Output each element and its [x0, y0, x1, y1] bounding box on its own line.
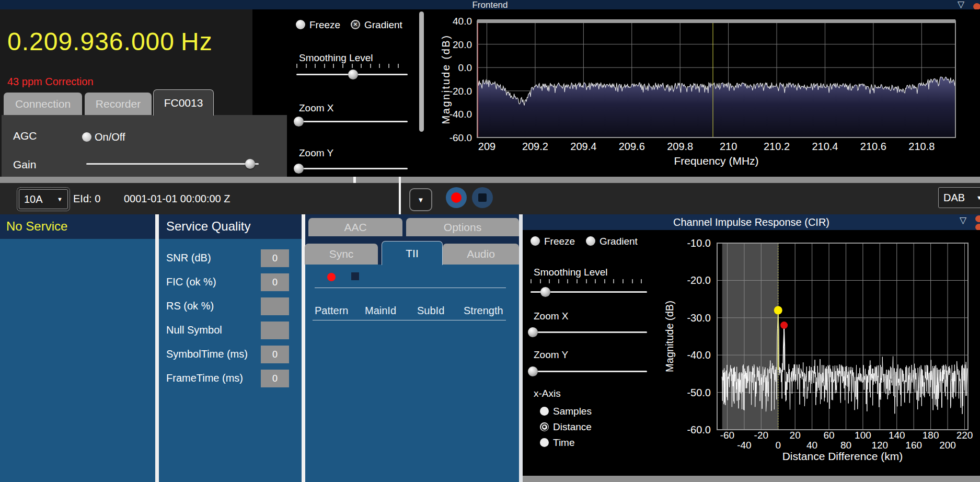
sq-row-label: SymbolTime (ms) [166, 348, 248, 360]
service-list-body[interactable] [0, 239, 155, 482]
frontend-zoomx-track[interactable] [296, 121, 408, 122]
cir-chart[interactable]: -10.0-20.0-30.0-40.0-50.0-60.0-60-40-200… [523, 230, 980, 482]
tab-tii[interactable]: TII [382, 241, 443, 265]
svg-text:-50.0: -50.0 [687, 387, 711, 398]
channel-select-value: 10A [24, 193, 43, 205]
frontend-spectrum-chart[interactable]: 40.020.00.0-20.0-40.0-60.0209209.2209.42… [429, 9, 980, 178]
record-icon [451, 192, 462, 203]
svg-text:220: 220 [956, 430, 973, 441]
datetime-label: 0001-01-01 00:00:00 Z [124, 193, 230, 205]
tab-fc0013-label: FC0013 [164, 97, 203, 109]
frontend-gradient-label: Gradient [364, 19, 402, 31]
tab-connection[interactable]: Connection [4, 93, 82, 115]
tab-sync-label: Sync [329, 248, 354, 260]
svg-text:40: 40 [806, 440, 817, 451]
frontend-header-bar: Frontend ▽ [0, 0, 980, 9]
frontend-smoothing-thumb[interactable] [348, 70, 358, 79]
svg-text:-60.0: -60.0 [687, 424, 711, 435]
cir-alert-dot-icon [975, 215, 980, 222]
svg-text:210: 210 [720, 141, 737, 152]
tii-stop-indicator-icon[interactable] [351, 272, 359, 280]
svg-text:209.6: 209.6 [619, 141, 645, 152]
horizontal-scrollbar[interactable] [0, 177, 980, 183]
tab-aac-label: AAC [344, 221, 366, 234]
svg-text:210.4: 210.4 [812, 141, 838, 152]
sq-row-label: FrameTime (ms) [166, 372, 243, 384]
svg-text:20.0: 20.0 [453, 39, 472, 50]
cir-horizontal-scrollbar[interactable] [523, 476, 980, 482]
frontend-zoomy-slider[interactable] [296, 163, 408, 174]
tab-options-label: Options [444, 221, 481, 234]
record-options-dropdown[interactable]: ▼ [409, 188, 432, 211]
agc-label: AGC [13, 130, 37, 142]
svg-text:40.0: 40.0 [453, 16, 472, 27]
svg-text:209.4: 209.4 [570, 141, 596, 152]
sq-row-value: 0 [261, 249, 289, 267]
frontend-zoomx-slider[interactable] [296, 116, 408, 127]
tab-audio[interactable]: Audio [443, 244, 519, 265]
ppm-correction-label: 43 ppm Correction [7, 76, 94, 88]
fc0013-settings-panel: AGC ✕ On/Off Gain [2, 115, 287, 177]
sq-row-label: SNR (dB) [166, 252, 211, 264]
cir-header-bar: Channel Impulse Response (CIR) ▽ [523, 214, 980, 230]
frontend-gradient-checkbox[interactable]: ✕ [351, 20, 360, 29]
svg-text:180: 180 [923, 430, 939, 441]
svg-text:160: 160 [905, 440, 922, 451]
svg-text:80: 80 [840, 440, 851, 451]
tii-record-indicator-icon[interactable] [327, 273, 336, 281]
frontend-zoomy-track[interactable] [296, 168, 408, 169]
mode-select[interactable]: DAB▼ [938, 187, 980, 208]
svg-text:-10.0: -10.0 [687, 237, 711, 249]
frontend-zoomy-thumb[interactable] [294, 164, 304, 174]
tab-tii-label: TII [406, 247, 419, 260]
svg-text:-40.0: -40.0 [449, 109, 472, 120]
panel-splitter-1[interactable] [155, 214, 159, 482]
service-quality-header: Service Quality [159, 214, 302, 239]
svg-text:209: 209 [478, 141, 495, 152]
svg-text:140: 140 [889, 430, 905, 441]
gain-slider[interactable] [86, 158, 259, 169]
dropdown-caret-icon: ▼ [418, 196, 424, 204]
panel-splitter-3[interactable] [519, 214, 523, 482]
collapse-frontend-icon[interactable]: ▽ [958, 1, 964, 9]
sq-row-label: RS (ok %) [166, 300, 214, 312]
gain-slider-thumb[interactable] [245, 159, 255, 169]
frontend-title: Frontend [0, 0, 980, 9]
tab-aac[interactable]: AAC [308, 218, 402, 236]
tab-sync[interactable]: Sync [305, 244, 378, 265]
sq-row-value: 0 [261, 370, 289, 387]
sq-row-value: 0 [261, 273, 289, 291]
frontend-zoomx-label: Zoom X [299, 102, 334, 114]
frontend-smoothing-ticks [296, 64, 405, 68]
tab-fc0013[interactable]: FC0013 [153, 89, 214, 116]
frontend-controls-scrollbar[interactable] [419, 12, 424, 132]
svg-text:209.8: 209.8 [667, 141, 693, 152]
no-service-label: No Service [6, 219, 67, 234]
tab-connection-label: Connection [15, 98, 71, 110]
gain-slider-track[interactable] [86, 163, 259, 165]
stop-button[interactable] [472, 187, 493, 208]
tii-col-mainid: MainId [365, 305, 396, 317]
alert-dot-icon [973, 3, 980, 9]
svg-text:-20.0: -20.0 [449, 86, 472, 97]
scrollbar-notch [353, 177, 356, 183]
frontend-zoomx-thumb[interactable] [294, 117, 304, 127]
svg-text:0: 0 [775, 440, 781, 451]
tii-col-strength: Strength [464, 305, 503, 317]
collapse-cir-icon[interactable]: ▽ [960, 216, 966, 225]
svg-text:200: 200 [939, 440, 956, 451]
svg-text:210.8: 210.8 [908, 141, 935, 152]
agc-onoff-radio[interactable]: ✕ [82, 132, 91, 142]
frontend-freeze-checkbox[interactable]: ✕ [296, 20, 305, 29]
svg-text:-40: -40 [737, 440, 751, 451]
tab-options[interactable]: Options [406, 218, 519, 236]
svg-text:Magnitude (dB): Magnitude (dB) [664, 301, 675, 372]
svg-text:Frequency (MHz): Frequency (MHz) [674, 155, 758, 167]
agc-onoff-label: On/Off [95, 131, 125, 143]
frontend-zoomy-label: Zoom Y [299, 147, 333, 159]
tab-recorder[interactable]: Recorder [85, 93, 152, 115]
record-button[interactable] [446, 187, 467, 208]
channel-select[interactable]: 10A▼ [19, 189, 68, 209]
frontend-smoothing-slider[interactable] [296, 69, 408, 79]
cir-alert-dot-icon [975, 224, 980, 230]
